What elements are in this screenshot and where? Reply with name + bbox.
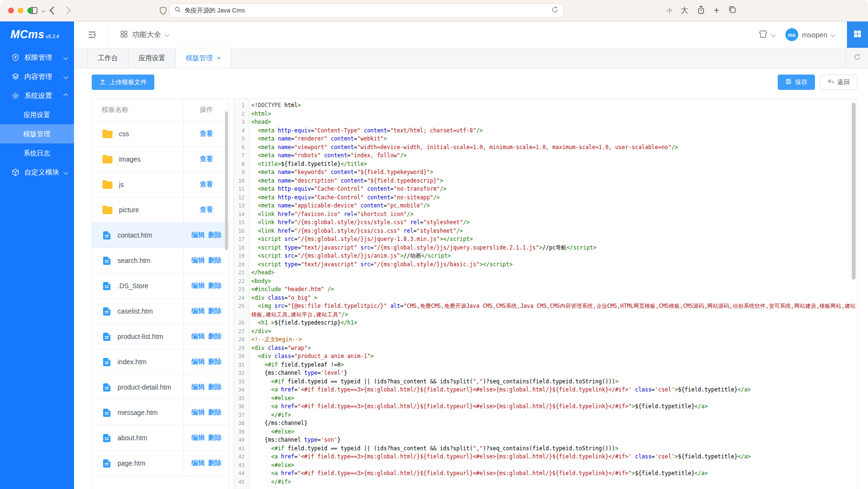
op-link[interactable]: 编辑 xyxy=(192,434,205,442)
editor-scrollbar[interactable] xyxy=(852,103,856,280)
forward-icon[interactable] xyxy=(64,8,70,13)
back-button[interactable]: 返回 xyxy=(820,75,857,90)
code-line[interactable]: 31 <#if field.typeleaf !=0> xyxy=(234,361,857,369)
sidebar-item[interactable]: 自定义模块 xyxy=(0,163,74,182)
code-line[interactable]: 22<body> xyxy=(234,277,857,286)
code-line[interactable]: 15 <link href="/{ms:global.style/}css/st… xyxy=(234,218,857,227)
sidebar-subitem[interactable]: 应用设置 xyxy=(0,105,74,124)
op-link[interactable]: 删除 xyxy=(208,282,222,290)
code-line[interactable]: 34 <a href='<#if field.type==3>{ms:globa… xyxy=(234,386,857,394)
code-line[interactable]: 4 <meta http-equiv="Content-Type" conten… xyxy=(234,127,857,135)
file-list-scrollbar[interactable] xyxy=(225,111,228,250)
sidebar-item[interactable]: 内容管理 xyxy=(0,67,74,86)
tab-inactive[interactable]: 工作台 xyxy=(87,48,129,68)
reload-icon[interactable] xyxy=(551,6,558,15)
op-link[interactable]: 删除 xyxy=(208,358,222,366)
table-row[interactable]: images查看 xyxy=(92,147,229,172)
close-window-button[interactable] xyxy=(8,8,14,13)
table-row[interactable]: product-list.htm编辑删除 xyxy=(92,324,229,349)
op-link[interactable]: 删除 xyxy=(208,332,222,341)
save-button[interactable]: 保存 xyxy=(778,75,815,90)
code-line[interactable]: 12 <meta http-equiv="Cache-Control" cont… xyxy=(234,194,857,202)
code-line[interactable]: 7 <meta name="robots" content="index, fo… xyxy=(234,152,857,160)
new-tab-icon[interactable]: + xyxy=(714,6,719,15)
code-line[interactable]: 43 <#else> xyxy=(234,461,857,470)
op-link[interactable]: 编辑 xyxy=(192,256,205,265)
op-link[interactable]: 编辑 xyxy=(192,459,205,467)
upload-template-button[interactable]: 上传模板文件 xyxy=(92,75,154,90)
op-link[interactable]: 删除 xyxy=(208,383,222,391)
code-line[interactable]: 32 {ms:channel type='level'} xyxy=(234,369,857,378)
minimize-window-button[interactable] xyxy=(18,8,23,13)
code-editor[interactable]: 1<!DOCTYPE html>2<html>3<head>4 <meta ht… xyxy=(234,98,857,489)
op-link[interactable]: 查看 xyxy=(200,180,213,189)
code-line[interactable]: 28<!--正文begin--> xyxy=(234,336,857,344)
table-row[interactable]: .DS_Store编辑删除 xyxy=(92,273,229,299)
op-link[interactable]: 编辑 xyxy=(192,358,205,366)
table-row[interactable]: js查看 xyxy=(92,172,229,197)
code-line[interactable]: 10 <meta name="description" content="${f… xyxy=(234,177,857,185)
text-size-large-icon[interactable]: 大 xyxy=(681,6,688,16)
code-line[interactable]: 11 <meta http-equiv="Cache-Control" cont… xyxy=(234,185,857,194)
share-icon[interactable] xyxy=(697,5,705,16)
op-link[interactable]: 删除 xyxy=(208,256,222,265)
op-link[interactable]: 删除 xyxy=(208,459,222,467)
privacy-shield-icon[interactable] xyxy=(159,6,167,15)
op-link[interactable]: 编辑 xyxy=(192,231,205,239)
code-line[interactable]: 40 {ms:channel type='son'} xyxy=(234,436,857,445)
code-line[interactable]: 19 <script src="/{ms:global.style/}js/an… xyxy=(234,252,857,261)
table-row[interactable]: about.htm编辑删除 xyxy=(92,425,229,451)
op-link[interactable]: 编辑 xyxy=(192,383,205,391)
code-line[interactable]: 35 <#else> xyxy=(234,394,857,403)
table-row[interactable]: picture查看 xyxy=(92,197,229,223)
table-row[interactable]: index.htm编辑删除 xyxy=(92,349,229,375)
code-line[interactable]: 17 <script src="/{ms:global.style/}js/jq… xyxy=(234,235,857,244)
op-link[interactable]: 编辑 xyxy=(192,408,205,417)
back-icon[interactable] xyxy=(51,8,56,13)
op-link[interactable]: 查看 xyxy=(200,206,213,214)
code-line[interactable]: 39 <#else> xyxy=(234,428,857,436)
tab-overview-icon[interactable] xyxy=(728,5,737,16)
op-link[interactable]: 删除 xyxy=(208,231,222,239)
code-line[interactable]: 13 <meta name="applicable-device" conten… xyxy=(234,202,857,210)
table-row[interactable]: contact.htm编辑删除 xyxy=(92,223,229,248)
table-row[interactable]: css查看 xyxy=(92,121,229,147)
sidebar-subitem[interactable]: 系统日志 xyxy=(0,143,74,163)
code-line[interactable]: 20 <script type="text/javascript" src="/… xyxy=(234,261,857,269)
code-line[interactable]: 24<div class="o_big" > xyxy=(234,294,857,303)
op-link[interactable]: 编辑 xyxy=(192,282,205,290)
code-line[interactable]: 6 <meta name="viewport" content="width=d… xyxy=(234,143,857,152)
text-size-small-icon[interactable]: 小 xyxy=(667,7,672,14)
code-line[interactable]: 27</div> xyxy=(234,327,857,336)
op-link[interactable]: 编辑 xyxy=(192,307,205,315)
op-link[interactable]: 删除 xyxy=(208,434,222,442)
code-line[interactable]: 44 <a href="<#if field.type==3>{ms:globa… xyxy=(234,469,857,478)
code-line[interactable]: 25 <img src="{@ms:file field.typelitpic/… xyxy=(234,302,857,319)
sidebar-item[interactable]: 系统设置 xyxy=(0,86,74,105)
sidebar-item[interactable]: 权限管理 xyxy=(0,48,74,67)
op-link[interactable]: 删除 xyxy=(208,307,222,315)
code-line[interactable]: 41 <#if field.typeid == typeid || (ids?h… xyxy=(234,445,857,453)
code-line[interactable]: 2<html> xyxy=(234,110,857,119)
tab-active[interactable]: 模版管理× xyxy=(176,48,231,68)
theme-switcher[interactable] xyxy=(759,30,775,40)
refresh-tab-button[interactable] xyxy=(846,48,868,68)
browser-sidebar-icon[interactable] xyxy=(29,6,38,15)
address-bar[interactable]: 免疫开源的 Java Cms xyxy=(169,3,564,18)
code-line[interactable]: 3<head> xyxy=(234,118,857,127)
op-link[interactable]: 查看 xyxy=(200,155,213,163)
sidebar-subitem-active[interactable]: 模版管理 xyxy=(0,124,74,143)
menu-fold-icon[interactable] xyxy=(87,30,96,39)
feature-menu-trigger[interactable]: 功能大全 xyxy=(120,30,169,40)
code-line[interactable]: 33 <#if field.typeid == typeid || (ids?h… xyxy=(234,378,857,386)
close-icon[interactable]: × xyxy=(217,55,221,61)
code-line[interactable]: 38 {/ms:channel} xyxy=(234,419,857,428)
code-line[interactable]: 18 <script type="text/javascript" src="/… xyxy=(234,244,857,252)
chevron-down-icon[interactable] xyxy=(42,9,45,12)
op-link[interactable]: 删除 xyxy=(208,408,222,417)
apps-corner-button[interactable] xyxy=(847,22,868,48)
code-line[interactable]: 14 <link href="/favicon.ico" rel="shortc… xyxy=(234,210,857,219)
tab-inactive[interactable]: 应用设置 xyxy=(129,48,176,68)
code-line[interactable]: 21</head> xyxy=(234,269,857,277)
code-line[interactable]: 45 </#if> xyxy=(234,478,857,487)
